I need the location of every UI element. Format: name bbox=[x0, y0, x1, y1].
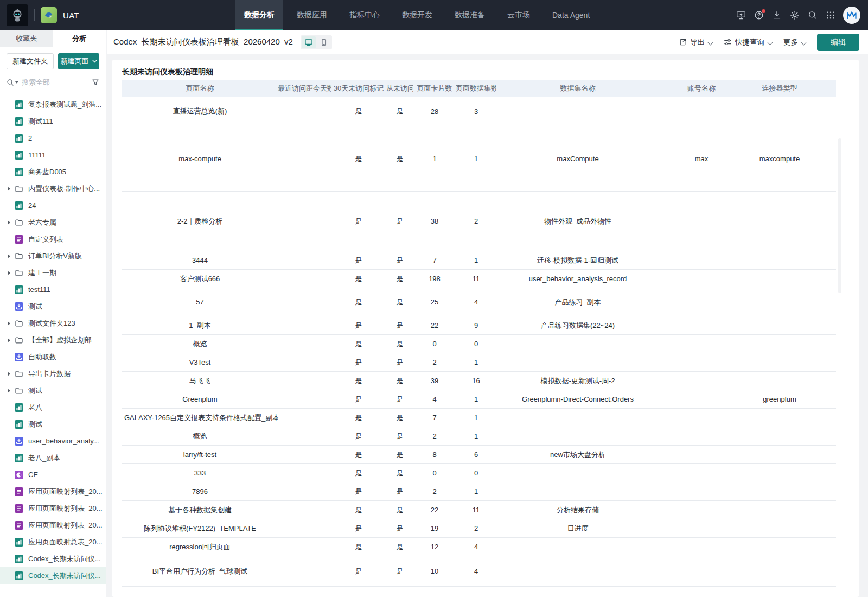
desktop-view-button[interactable] bbox=[302, 36, 316, 48]
sidebar-item[interactable]: Codex_长期未访问仪... bbox=[0, 550, 106, 567]
nav-tab-3[interactable]: 指标中心 bbox=[341, 0, 388, 30]
sidebar-item[interactable]: test111 bbox=[0, 281, 106, 298]
table-cell-cards: 1 bbox=[413, 155, 456, 163]
dashboard-icon bbox=[15, 100, 24, 109]
new-folder-button[interactable]: 新建文件夹 bbox=[7, 53, 54, 69]
user-avatar[interactable] bbox=[843, 7, 860, 24]
sidebar-item[interactable]: user_behavior_analy... bbox=[0, 433, 106, 449]
sidebar-tab-2[interactable]: 分析 bbox=[53, 30, 106, 47]
folder-icon bbox=[15, 252, 24, 261]
table-cell-never: 是 bbox=[386, 487, 413, 497]
nav-tab-1[interactable]: 数据分析 bbox=[235, 0, 283, 30]
workspace-logo[interactable] bbox=[41, 7, 57, 23]
expand-caret-icon[interactable] bbox=[8, 220, 15, 225]
settings-gear-icon[interactable] bbox=[789, 10, 800, 21]
sidebar-item[interactable]: 测试 bbox=[0, 416, 106, 433]
sidebar-item[interactable]: Codex_长期未访问仪... bbox=[0, 567, 106, 584]
column-header: 页面卡片数 bbox=[413, 84, 456, 93]
sidebar-item[interactable]: 建工一期 bbox=[0, 264, 106, 281]
table-cell-never: 是 bbox=[386, 450, 413, 460]
table-cell-name: Greenplum bbox=[122, 395, 278, 403]
nav-tab-6[interactable]: 云市场 bbox=[499, 0, 539, 30]
sidebar-item-label: 订单BI分析V新版 bbox=[28, 251, 82, 261]
download-icon[interactable] bbox=[771, 10, 782, 21]
sidebar-item-label: 24 bbox=[28, 201, 36, 209]
table-cell-cards: 4 bbox=[413, 395, 456, 403]
sidebar-item[interactable]: 自助取数 bbox=[0, 348, 106, 365]
expand-caret-icon[interactable] bbox=[8, 321, 15, 326]
table-row: 7896是是21 bbox=[122, 482, 836, 501]
sidebar-item[interactable]: 导出卡片数据 bbox=[0, 365, 106, 382]
sidebar-item[interactable]: 【全部】虚拟企划部 bbox=[0, 332, 106, 348]
sidebar-tab-1[interactable]: 收藏夹 bbox=[0, 30, 53, 47]
sidebar-item[interactable]: 订单BI分析V新版 bbox=[0, 247, 106, 264]
table-row: 直播运营总览(新)是是283 bbox=[122, 97, 836, 126]
sidebar-item[interactable]: 应用页面映射列表_20... bbox=[0, 483, 106, 500]
sidebar-item[interactable]: 应用页面映射列表_20... bbox=[0, 517, 106, 534]
table-cell-name: 333 bbox=[122, 469, 278, 477]
sidebar-item[interactable]: 测试 bbox=[0, 382, 106, 399]
dashboard-icon bbox=[15, 403, 24, 412]
expand-caret-icon[interactable] bbox=[8, 389, 15, 393]
sidebar-item[interactable]: 24 bbox=[0, 197, 106, 214]
table-row: 概览是是21 bbox=[122, 427, 836, 446]
expand-caret-icon[interactable] bbox=[8, 338, 15, 342]
sidebar-item[interactable]: 应用页面映射列表_20... bbox=[0, 500, 106, 517]
table-cell-name: max-compute bbox=[122, 155, 278, 163]
search-input[interactable] bbox=[22, 78, 88, 86]
page-title: Codex_长期未访问仪表板治理看板_20260420_v2 bbox=[113, 37, 293, 47]
primary-nav-tabs: 数据分析数据应用指标中心数据开发数据准备云市场Data Agent bbox=[235, 0, 603, 30]
sidebar-item-label: 建工一期 bbox=[28, 268, 56, 278]
sidebar-item[interactable]: 自定义列表 bbox=[0, 231, 106, 247]
search-scope-icon[interactable] bbox=[7, 79, 18, 86]
sidebar-item[interactable]: 老八 bbox=[0, 399, 106, 416]
expand-caret-icon[interactable] bbox=[8, 271, 15, 275]
apps-grid-icon[interactable] bbox=[825, 10, 836, 21]
nav-tab-5[interactable]: 数据准备 bbox=[446, 0, 494, 30]
sidebar-item[interactable]: 测试 bbox=[0, 298, 106, 315]
table-cell-never: 是 bbox=[386, 106, 413, 116]
sidebar: 收藏夹分析 新建文件夹 新建页面 复杂报表测试题_刘浩...测试11121111… bbox=[0, 30, 106, 597]
sidebar-item[interactable]: 2 bbox=[0, 130, 106, 147]
new-page-button[interactable]: 新建页面 bbox=[58, 53, 99, 69]
table-row: 333是是00 bbox=[122, 464, 836, 482]
filter-funnel-icon[interactable] bbox=[92, 79, 99, 86]
table-cell-flag30: 是 bbox=[331, 524, 386, 534]
sidebar-item[interactable]: 测试文件夹123 bbox=[0, 315, 106, 332]
table-row: 2-2｜质检分析是是382物性外观_成品外物性 bbox=[122, 192, 836, 251]
table-cell-name: 2-2｜质检分析 bbox=[122, 217, 278, 226]
nav-tab-4[interactable]: 数据开发 bbox=[393, 0, 441, 30]
sidebar-item[interactable]: 内置仪表板-制作中心... bbox=[0, 180, 106, 197]
sidebar-item[interactable]: 测试111 bbox=[0, 113, 106, 130]
extract-blue-icon bbox=[15, 437, 24, 446]
sidebar-item[interactable]: 应用页面映射总表_20... bbox=[0, 534, 106, 550]
table-cell-datasets: 1 bbox=[456, 432, 496, 440]
sidebar-item[interactable]: 商务蓝D005 bbox=[0, 163, 106, 180]
export-menu[interactable]: 导出 bbox=[679, 37, 713, 47]
table-cell-flag30: 是 bbox=[331, 395, 386, 404]
nav-tab-7[interactable]: Data Agent bbox=[544, 0, 598, 30]
expand-caret-icon[interactable] bbox=[8, 254, 15, 258]
mobile-view-button[interactable] bbox=[317, 36, 331, 48]
sidebar-item[interactable]: 老六专属 bbox=[0, 214, 106, 231]
search-icon[interactable] bbox=[807, 10, 818, 21]
table-row: 3444是是71迁移-模拟数据-1-回归测试 bbox=[122, 251, 836, 270]
expand-caret-icon[interactable] bbox=[8, 187, 15, 191]
sidebar-item[interactable]: 11111 bbox=[0, 147, 106, 163]
expand-caret-icon[interactable] bbox=[8, 372, 15, 376]
help-icon[interactable] bbox=[754, 10, 764, 21]
edit-button[interactable]: 编辑 bbox=[817, 34, 859, 51]
table-cell-datasets: 1 bbox=[456, 358, 496, 366]
table-scrollbar[interactable] bbox=[838, 138, 841, 293]
screen-cast-icon[interactable] bbox=[736, 10, 746, 21]
more-menu[interactable]: 更多 bbox=[783, 37, 806, 47]
sidebar-item-label: 应用页面映射列表_20... bbox=[28, 520, 103, 530]
table-cell-never: 是 bbox=[386, 395, 413, 404]
robot-logo[interactable] bbox=[7, 4, 28, 26]
sidebar-item[interactable]: CE bbox=[0, 466, 106, 483]
sidebar-item[interactable]: 老八_副本 bbox=[0, 449, 106, 466]
table-cell-dataset_name: new市场大盘分析 bbox=[496, 450, 659, 460]
nav-tab-2[interactable]: 数据应用 bbox=[288, 0, 336, 30]
sidebar-item[interactable]: 复杂报表测试题_刘浩... bbox=[0, 96, 106, 113]
quick-query-menu[interactable]: 快捷查询 bbox=[724, 37, 773, 47]
